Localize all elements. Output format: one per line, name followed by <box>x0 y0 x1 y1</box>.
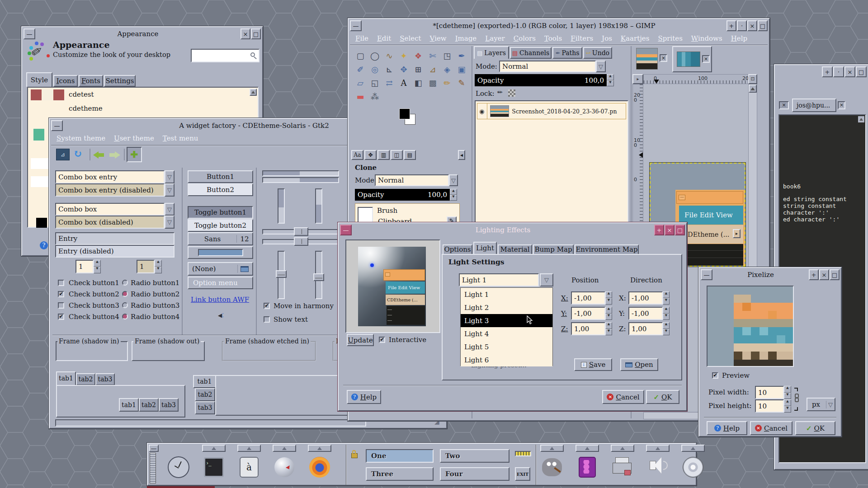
notebook-tab[interactable]: tab3 <box>159 398 179 412</box>
subpanel-arrow-icon[interactable] <box>540 445 564 452</box>
tool-icon[interactable]: ✏ <box>440 76 454 89</box>
quantity-stepper[interactable]: ▲▼ <box>607 74 614 86</box>
refresh-icon[interactable]: ↻ <box>73 147 82 160</box>
menu-item[interactable]: Edit <box>377 34 391 42</box>
slider-handle[interactable] <box>294 227 308 236</box>
toggle-button2[interactable]: Toggle button2 <box>188 219 253 232</box>
menu-item[interactable]: Layer <box>485 34 505 42</box>
layer-row[interactable]: ◉ Screenshot_2018-04-20_23-36-07.pn <box>477 103 626 119</box>
lock-alpha-icon[interactable] <box>508 89 515 97</box>
menu-item[interactable]: Image <box>455 34 477 42</box>
ok-button[interactable]: ✓OK <box>646 390 679 404</box>
cancel-button[interactable]: ✕Cancel <box>602 390 644 404</box>
slider-handle[interactable] <box>276 270 287 278</box>
tool-icon[interactable]: ▩ <box>425 76 440 89</box>
menu-item[interactable]: Select <box>400 34 421 42</box>
layer-name[interactable]: Screenshot_2018-04-20_23-36-07.pn <box>512 108 617 115</box>
subpanel-arrow-icon[interactable] <box>611 445 634 452</box>
button1[interactable]: Button1 <box>188 170 253 183</box>
tab-paths[interactable]: ✒Paths <box>552 47 582 59</box>
pixelize-preview[interactable] <box>707 286 794 367</box>
close-icon[interactable]: × <box>747 20 757 31</box>
checkbox-4[interactable]: ✔ <box>58 314 64 320</box>
gimp-launcher-icon[interactable] <box>540 455 564 479</box>
foreground-color-swatch[interactable] <box>399 108 410 119</box>
chevron-down-icon[interactable]: ▽ <box>449 174 458 186</box>
tool-icon[interactable]: ◯ <box>368 49 382 62</box>
lock-paint-icon[interactable]: ✏ <box>497 89 503 96</box>
visibility-eye-icon[interactable]: ◉ <box>479 108 484 115</box>
window-menu-button[interactable]: — <box>51 120 63 131</box>
tab-light[interactable]: Light <box>473 242 497 255</box>
dockable-tab-icon[interactable]: ▤ <box>404 150 416 160</box>
dockable-tab-icon[interactable]: ✥ <box>364 150 377 160</box>
menu-user-theme[interactable]: User theme <box>114 134 154 142</box>
notebook-tab[interactable]: tab2 <box>139 398 159 412</box>
quantity-stepper[interactable]: ▲▼ <box>663 322 670 335</box>
tool-icon[interactable]: ◈ <box>440 62 454 76</box>
tool-icon[interactable]: A <box>396 76 411 89</box>
quantity-stepper[interactable]: ▲▼ <box>784 386 791 399</box>
menu-item[interactable]: Sprites <box>658 34 682 42</box>
list-item[interactable]: Light 5 <box>461 340 552 353</box>
subpanel-arrow-icon[interactable] <box>681 445 705 452</box>
checkbox-3[interactable] <box>58 302 64 309</box>
tool-icon[interactable]: ◱ <box>368 76 382 89</box>
close-icon[interactable]: × <box>838 101 845 109</box>
tab-settings[interactable]: Settings <box>104 75 136 87</box>
awf-logo-icon[interactable]: ⊿ <box>56 149 70 160</box>
quantity-stepper[interactable]: ▲▼ <box>663 307 670 320</box>
cancel-button[interactable]: ✕Cancel <box>750 421 793 435</box>
menu-item[interactable]: Filters <box>571 34 593 42</box>
link-button[interactable]: Link button AWF <box>191 296 249 304</box>
panel-handle[interactable] <box>150 453 156 483</box>
dockable-tab-icon[interactable]: ▥ <box>377 150 390 160</box>
tool-icon[interactable]: ◳ <box>440 49 454 62</box>
shade-icon[interactable]: + <box>726 20 736 31</box>
globe-icon[interactable] <box>273 455 296 479</box>
update-button[interactable]: Update <box>347 334 374 346</box>
image-tab-thumbnail[interactable] <box>636 48 658 70</box>
cdrom-icon[interactable] <box>681 455 705 479</box>
tab-layers[interactable]: ▤Layers <box>474 46 509 59</box>
close-icon[interactable]: × <box>660 54 667 62</box>
quantity-stepper[interactable]: ▲▼ <box>94 260 101 273</box>
tool-icon[interactable]: ▬ <box>353 89 368 103</box>
tab-fonts[interactable]: Fonts <box>79 75 103 87</box>
tab-channels[interactable]: ▤Channels <box>510 47 552 59</box>
tab-environment-map[interactable]: Environment Map <box>575 244 639 255</box>
panel-minimize-button[interactable]: — <box>149 445 159 452</box>
vertical-scale[interactable] <box>278 188 285 224</box>
tab-bump-map[interactable]: Bump Map <box>533 244 574 255</box>
shade-icon[interactable]: + <box>809 269 819 280</box>
scrollbar-up-icon[interactable] <box>858 116 864 122</box>
layer-mode-select[interactable]: Normal <box>499 61 596 72</box>
subpanel-arrow-icon[interactable] <box>202 445 226 452</box>
notebook-tab[interactable]: tab1 <box>119 398 139 412</box>
notebook-tab[interactable]: tab1 <box>56 371 76 385</box>
window-menu-button[interactable]: — <box>350 20 362 31</box>
menu-item[interactable]: Colors <box>514 34 536 42</box>
preview-checkbox[interactable]: ✔ <box>712 372 718 379</box>
file-chooser-button[interactable]: (None) <box>188 262 253 276</box>
show-text-checkbox[interactable] <box>264 316 270 323</box>
subpanel-arrow-icon[interactable] <box>646 445 670 452</box>
maximize-icon[interactable]: □ <box>830 269 840 280</box>
terminal-icon[interactable]: ›_ <box>202 455 226 479</box>
list-item[interactable]: Light 4 <box>461 327 552 340</box>
radio-1[interactable] <box>122 280 128 286</box>
radio-4[interactable] <box>122 314 128 319</box>
list-item[interactable]: Light 2 <box>461 301 552 314</box>
toggle-button1[interactable]: Toggle button1 <box>188 206 253 219</box>
move-in-harmony-checkbox[interactable]: ✔ <box>264 303 270 309</box>
ok-button[interactable]: ✓OK <box>795 421 835 435</box>
tab-style[interactable]: Style <box>26 72 52 87</box>
tool-icon[interactable]: ✦ <box>396 49 411 62</box>
subpanel-arrow-icon[interactable] <box>273 445 296 452</box>
window-menu-button[interactable]: — <box>340 225 352 235</box>
quantity-stepper[interactable]: ▲▼ <box>450 189 457 201</box>
clock-icon[interactable] <box>167 455 190 479</box>
list-item[interactable]: cdetest <box>69 90 94 99</box>
unit-select[interactable]: px ▽ <box>807 398 835 411</box>
menu-item[interactable]: Kaartjes <box>621 34 650 42</box>
